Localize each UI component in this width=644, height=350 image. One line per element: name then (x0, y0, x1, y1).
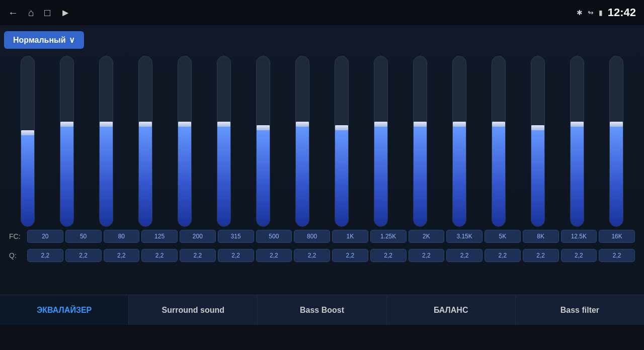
eq-channel-2K[interactable] (401, 56, 439, 227)
slider-handle-200[interactable] (178, 122, 192, 127)
play-icon[interactable]: ► (60, 7, 70, 19)
q-label: Q: (9, 251, 25, 259)
q-badge-5K[interactable]: 2,2 (485, 249, 521, 262)
slider-handle-8K[interactable] (531, 125, 545, 130)
q-badge-20[interactable]: 2,2 (27, 249, 63, 262)
slider-handle-12.5K[interactable] (570, 122, 584, 127)
slider-fill-125 (139, 124, 152, 226)
tab-bass_boost[interactable]: Bass Boost (258, 295, 386, 325)
tab-bass_filter[interactable]: Bass filter (516, 295, 644, 325)
preset-label: Нормальный (13, 36, 66, 45)
eq-channel-8K[interactable] (519, 56, 556, 227)
slider-handle-20[interactable] (21, 130, 35, 135)
slider-handle-800[interactable] (295, 122, 309, 127)
eq-channel-80[interactable] (88, 56, 125, 227)
q-badge-50[interactable]: 2,2 (65, 249, 102, 262)
slider-handle-2K[interactable] (413, 122, 427, 127)
fc-badge-1.25K[interactable]: 1.25K (370, 230, 407, 243)
q-badge-80[interactable]: 2,2 (104, 249, 140, 262)
fc-badge-125[interactable]: 125 (141, 230, 178, 243)
q-badge-315[interactable]: 2,2 (218, 249, 254, 262)
q-badge-12.5K[interactable]: 2,2 (561, 249, 597, 262)
eq-channel-3.15K[interactable] (441, 56, 478, 227)
equalizer-sliders (4, 56, 640, 227)
slider-handle-16K[interactable] (609, 122, 623, 127)
eq-channel-315[interactable] (205, 56, 243, 227)
slider-fill-200 (178, 124, 191, 226)
overview-icon[interactable]: □ (44, 7, 50, 19)
slider-fill-16K (610, 124, 623, 226)
q-badge-1.25K[interactable]: 2,2 (370, 249, 407, 262)
eq-channel-16K[interactable] (598, 56, 635, 227)
fc-badge-8K[interactable]: 8K (523, 230, 559, 243)
slider-handle-315[interactable] (217, 122, 231, 127)
fc-badge-12.5K[interactable]: 12.5K (561, 230, 597, 243)
back-icon[interactable]: ← (8, 7, 18, 19)
slider-handle-5K[interactable] (492, 122, 506, 127)
slider-fill-8K (531, 128, 544, 226)
q-badge-800[interactable]: 2,2 (294, 249, 330, 262)
slider-fill-20 (21, 133, 34, 226)
eq-channel-125[interactable] (127, 56, 164, 227)
home-icon[interactable]: ⌂ (28, 7, 34, 19)
slider-fill-5K (492, 124, 505, 226)
tab-surround[interactable]: Surround sound (129, 295, 258, 325)
slider-handle-125[interactable] (138, 122, 152, 127)
main-content: Нормальный ∨ FC: 2050801252003155008001K… (0, 25, 644, 325)
eq-channel-12.5K[interactable] (558, 56, 596, 227)
slider-fill-800 (296, 124, 309, 226)
preset-dropdown[interactable]: Нормальный ∨ (4, 31, 84, 49)
slider-handle-500[interactable] (256, 125, 270, 130)
fc-badge-16K[interactable]: 16K (599, 230, 635, 243)
slider-fill-1.25K (374, 124, 387, 226)
eq-channel-200[interactable] (166, 56, 203, 227)
q-badge-8K[interactable]: 2,2 (523, 249, 559, 262)
eq-channel-20[interactable] (9, 56, 46, 227)
tab-bar: ЭКВАЛАЙЗЕРSurround soundBass BoostБАЛАНС… (0, 295, 644, 325)
wifi-icon: ↬ (588, 9, 594, 17)
fc-badge-800[interactable]: 800 (294, 230, 330, 243)
q-badge-200[interactable]: 2,2 (180, 249, 216, 262)
clock: 12:42 (608, 6, 636, 19)
slider-handle-1K[interactable] (335, 125, 349, 130)
q-badge-500[interactable]: 2,2 (256, 249, 292, 262)
eq-channel-1K[interactable] (323, 56, 360, 227)
fc-badge-50[interactable]: 50 (65, 230, 102, 243)
fc-badge-3.15K[interactable]: 3.15K (446, 230, 482, 243)
dropdown-icon: ∨ (69, 35, 75, 45)
q-badge-125[interactable]: 2,2 (141, 249, 178, 262)
fc-badge-80[interactable]: 80 (104, 230, 140, 243)
eq-channel-50[interactable] (48, 56, 86, 227)
slider-handle-1.25K[interactable] (374, 122, 388, 127)
eq-channel-5K[interactable] (480, 56, 517, 227)
q-badge-2K[interactable]: 2,2 (409, 249, 445, 262)
fc-badge-500[interactable]: 500 (256, 230, 292, 243)
status-indicators: ✱ ↬ ▮ 12:42 (577, 6, 636, 19)
fc-badges: 2050801252003155008001K1.25K2K3.15K5K8K1… (27, 230, 635, 243)
slider-handle-50[interactable] (60, 122, 74, 127)
q-badge-1K[interactable]: 2,2 (332, 249, 368, 262)
fc-label: FC: (9, 232, 25, 240)
bluetooth-icon: ✱ (577, 9, 583, 17)
slider-fill-2K (414, 124, 427, 226)
fc-badge-20[interactable]: 20 (27, 230, 63, 243)
fc-badge-2K[interactable]: 2K (409, 230, 445, 243)
status-bar: ← ⌂ □ ► ✱ ↬ ▮ 12:42 (0, 0, 644, 25)
tab-balance[interactable]: БАЛАНС (387, 295, 516, 325)
q-badge-3.15K[interactable]: 2,2 (446, 249, 482, 262)
slider-fill-3.15K (453, 124, 466, 226)
eq-channel-800[interactable] (284, 56, 321, 227)
q-badges: 2,22,22,22,22,22,22,22,22,22,22,22,22,22… (27, 249, 635, 262)
fc-badge-1K[interactable]: 1K (332, 230, 368, 243)
fc-badge-315[interactable]: 315 (218, 230, 254, 243)
slider-fill-50 (60, 124, 73, 226)
eq-channel-500[interactable] (245, 56, 282, 227)
slider-fill-1K (335, 128, 348, 226)
fc-badge-200[interactable]: 200 (180, 230, 216, 243)
q-badge-16K[interactable]: 2,2 (599, 249, 635, 262)
eq-channel-1.25K[interactable] (362, 56, 399, 227)
fc-badge-5K[interactable]: 5K (485, 230, 521, 243)
slider-handle-3.15K[interactable] (452, 122, 466, 127)
tab-equalizer[interactable]: ЭКВАЛАЙЗЕР (0, 295, 129, 325)
slider-handle-80[interactable] (99, 122, 113, 127)
